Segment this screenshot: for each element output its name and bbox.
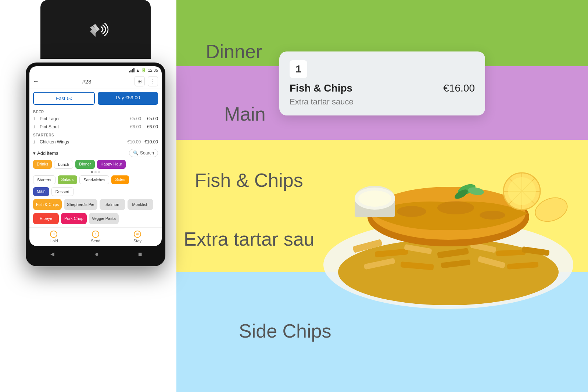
item-total-price: €6.00 bbox=[145, 124, 158, 129]
menu-items-row-2: Ribeye Pork Chop Veggie Pasta bbox=[29, 211, 162, 225]
category-main[interactable]: Main bbox=[33, 187, 49, 196]
table-row[interactable]: 1 Pint Lager €5.00 €5.00 bbox=[33, 115, 158, 123]
send-button[interactable]: ↑ Send bbox=[91, 231, 100, 243]
starters-section: STARTERS 1 Chicken Wings €10.00 €10.00 bbox=[29, 131, 162, 146]
menu-item-ribeye[interactable]: Ribeye bbox=[33, 213, 59, 224]
category-dessert[interactable]: Dessert bbox=[51, 187, 74, 196]
order-card-quantity: 1 bbox=[290, 60, 307, 78]
category-sandwiches[interactable]: Sandwiches bbox=[79, 175, 109, 184]
search-label: Search bbox=[140, 150, 154, 156]
item-unit-price: €6.00 bbox=[130, 124, 141, 129]
category-lunch[interactable]: Lunch bbox=[54, 160, 73, 169]
dot-1 bbox=[91, 171, 93, 173]
hold-button[interactable]: ⏸ Hold bbox=[50, 231, 58, 243]
device-wrapper: ▲ 🔋 12:35 ← #23 ⊞ ⋮ Fast €€ Pay €59.00 bbox=[11, 0, 180, 392]
svg-point-29 bbox=[358, 190, 391, 207]
search-icon: 🔍 bbox=[133, 150, 139, 156]
app-header: ← #23 ⊞ ⋮ bbox=[29, 74, 162, 89]
dot-2 bbox=[94, 171, 97, 173]
category-happy-hour[interactable]: Happy Hour bbox=[97, 160, 126, 169]
category-salads[interactable]: Salads bbox=[58, 175, 78, 184]
add-items-label: ▾ Add items bbox=[33, 150, 58, 156]
category-row-3: Main Dessert bbox=[29, 186, 162, 197]
nfc-reader bbox=[40, 0, 151, 59]
beer-section-header: BEER bbox=[33, 108, 158, 115]
category-row-1: Drinks Lunch Dinner Happy Hour bbox=[29, 158, 162, 170]
phone-body: ▲ 🔋 12:35 ← #23 ⊞ ⋮ Fast €€ Pay €59.00 bbox=[26, 63, 165, 266]
phone-nav-bar: ◄ ● ■ bbox=[29, 246, 162, 263]
signal-icon bbox=[129, 68, 135, 72]
time-display: 12:35 bbox=[148, 68, 158, 72]
add-items-header: ▾ Add items 🔍 Search bbox=[29, 146, 162, 158]
beer-section: BEER 1 Pint Lager €5.00 €5.00 1 Pint Sto… bbox=[29, 108, 162, 131]
back-button[interactable]: ← bbox=[33, 78, 39, 85]
category-drinks[interactable]: Drinks bbox=[33, 160, 52, 169]
item-quantity: 1 bbox=[33, 117, 37, 121]
action-buttons-row: Fast €€ Pay €59.00 bbox=[29, 89, 162, 108]
category-row-2: Starters Salads Sandwiches Sides bbox=[29, 174, 162, 186]
item-unit-price: €10.00 bbox=[128, 139, 141, 145]
pay-button[interactable]: Pay €59.00 bbox=[98, 92, 158, 105]
main-label: Main bbox=[224, 103, 266, 125]
fast-button[interactable]: Fast €€ bbox=[33, 92, 95, 105]
item-total-price: €10.00 bbox=[144, 139, 158, 145]
item-name: Pint Stout bbox=[40, 124, 128, 129]
bottom-action-bar: ⏸ Hold ↑ Send ⊕ Stay bbox=[29, 227, 162, 246]
send-icon: ↑ bbox=[92, 231, 99, 238]
menu-item-veggie-pasta[interactable]: Veggie Pasta bbox=[89, 213, 119, 224]
food-image bbox=[309, 125, 588, 313]
svg-point-18 bbox=[480, 211, 505, 220]
header-icons: ⊞ ⋮ bbox=[135, 76, 158, 86]
menu-item-salmon[interactable]: Salmon bbox=[100, 199, 125, 210]
nav-back-button[interactable]: ◄ bbox=[42, 249, 63, 260]
order-card-popup: 1 Fish & Chips €16.00 Extra tartar sauce bbox=[279, 51, 485, 115]
category-sides[interactable]: Sides bbox=[111, 175, 129, 184]
nfc-icon bbox=[79, 13, 112, 46]
table-row[interactable]: 1 Chicken Wings €10.00 €10.00 bbox=[33, 138, 158, 146]
item-quantity: 1 bbox=[33, 140, 37, 144]
chevron-down-icon: ▾ bbox=[33, 150, 36, 156]
dinner-label: Dinner bbox=[206, 40, 262, 63]
order-card-item-name: Fish & Chips bbox=[290, 82, 352, 94]
svg-point-16 bbox=[397, 206, 426, 217]
item-unit-price: €5.00 bbox=[130, 116, 141, 121]
dot-3 bbox=[98, 171, 100, 173]
add-items-text: Add items bbox=[37, 150, 58, 156]
item-total-price: €5.00 bbox=[145, 116, 158, 121]
status-bar: ▲ 🔋 12:35 bbox=[29, 66, 162, 74]
order-card-item-row: Fish & Chips €16.00 bbox=[290, 82, 475, 94]
copy-icon-button[interactable]: ⊞ bbox=[135, 76, 145, 86]
hold-label: Hold bbox=[50, 239, 58, 243]
stay-label: Stay bbox=[133, 239, 141, 243]
menu-item-monkfish[interactable]: Monkfish bbox=[128, 199, 153, 210]
item-name: Pint Lager bbox=[40, 116, 128, 121]
table-row[interactable]: 1 Pint Stout €6.00 €6.00 bbox=[33, 123, 158, 131]
order-card-note: Extra tartar sauce bbox=[290, 97, 475, 107]
starters-section-header: STARTERS bbox=[33, 131, 158, 138]
background-sections: Dinner Main Fish & Chips Extra tartar sa… bbox=[176, 0, 588, 392]
stay-button[interactable]: ⊕ Stay bbox=[133, 231, 141, 243]
svg-point-17 bbox=[437, 201, 474, 214]
search-button[interactable]: 🔍 Search bbox=[129, 149, 158, 157]
more-options-button[interactable]: ⋮ bbox=[148, 76, 158, 86]
category-dinner[interactable]: Dinner bbox=[75, 160, 94, 169]
phone-screen: ▲ 🔋 12:35 ← #23 ⊞ ⋮ Fast €€ Pay €59.00 bbox=[29, 66, 162, 246]
fish-chips-label: Fish & Chips bbox=[195, 169, 303, 191]
side-chips-label: Side Chips bbox=[239, 320, 331, 342]
menu-items-row-1: Fish & Chips Shepherd's Pie Salmon Monkf… bbox=[29, 197, 162, 211]
wifi-icon: ▲ bbox=[136, 68, 140, 72]
extra-tartar-label: Extra tartar sau bbox=[184, 228, 314, 250]
menu-item-pork-chop[interactable]: Pork Chop bbox=[61, 213, 87, 224]
nav-recent-button[interactable]: ■ bbox=[131, 249, 150, 260]
battery-icon: 🔋 bbox=[141, 68, 146, 72]
svg-point-24 bbox=[508, 177, 536, 205]
nav-home-button[interactable]: ● bbox=[87, 249, 106, 260]
category-starters[interactable]: Starters bbox=[33, 175, 55, 184]
hold-icon: ⏸ bbox=[50, 231, 57, 238]
send-label: Send bbox=[91, 239, 100, 243]
page-indicator bbox=[29, 170, 162, 174]
menu-item-fish-chips[interactable]: Fish & Chips bbox=[33, 199, 62, 210]
item-quantity: 1 bbox=[33, 125, 37, 129]
menu-item-shepherds-pie[interactable]: Shepherd's Pie bbox=[64, 199, 97, 210]
order-number: #23 bbox=[82, 78, 91, 85]
